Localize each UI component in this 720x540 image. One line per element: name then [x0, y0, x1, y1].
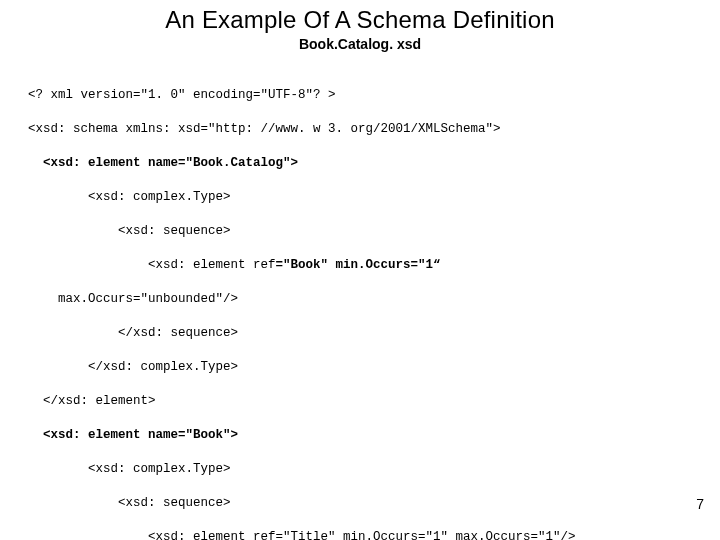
page-number: 7 — [696, 496, 704, 512]
code-line: <xsd: element ref="Title" min.Occurs="1"… — [28, 529, 698, 540]
code-line: max.Occurs="unbounded"/> — [28, 291, 698, 308]
code-line: <xsd: schema xmlns: xsd="http: //www. w … — [28, 121, 698, 138]
slide-title: An Example Of A Schema Definition — [0, 6, 720, 34]
code-text: <xsd: element ref — [148, 258, 276, 272]
code-bold: <xsd: element name="Book"> — [43, 428, 238, 442]
slide-subtitle: Book.Catalog. xsd — [0, 36, 720, 52]
code-line: <xsd: complex.Type> — [28, 189, 698, 206]
code-line: </xsd: sequence> — [28, 325, 698, 342]
slide: An Example Of A Schema Definition Book.C… — [0, 0, 720, 540]
code-line: <xsd: complex.Type> — [28, 461, 698, 478]
code-bold: <xsd: element name="Book.Catalog"> — [43, 156, 298, 170]
code-line: </xsd: complex.Type> — [28, 359, 698, 376]
code-bold: ="Book" min.Occurs="1“ — [276, 258, 441, 272]
code-line: <xsd: element ref="Book" min.Occurs="1“ — [28, 257, 698, 274]
code-block: <? xml version="1. 0" encoding="UTF-8"? … — [28, 70, 698, 540]
code-line: </xsd: element> — [28, 393, 698, 410]
code-line: <xsd: sequence> — [28, 223, 698, 240]
code-line: <? xml version="1. 0" encoding="UTF-8"? … — [28, 87, 698, 104]
code-line: <xsd: element name="Book"> — [28, 427, 698, 444]
code-line: <xsd: element name="Book.Catalog"> — [28, 155, 698, 172]
code-line: <xsd: sequence> — [28, 495, 698, 512]
